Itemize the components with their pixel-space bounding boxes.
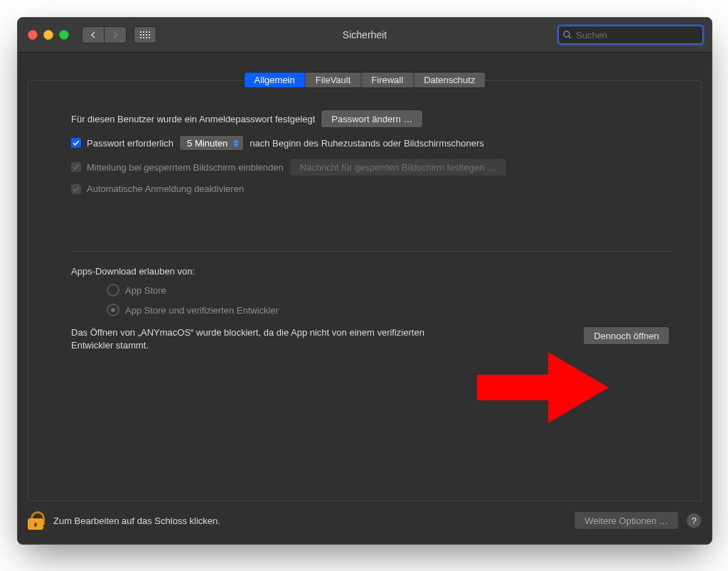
search-field[interactable] (558, 26, 703, 44)
disable-autologin-label: Automatische Anmeldung deaktivieren (87, 183, 244, 194)
tab-bar: Allgemein FileVault Firewall Datenschutz (244, 72, 486, 88)
nav-buttons (82, 26, 127, 43)
forward-button[interactable] (105, 26, 127, 43)
zoom-window-button[interactable] (59, 30, 69, 40)
require-password-checkbox[interactable] (71, 138, 81, 148)
back-button[interactable] (82, 26, 105, 43)
tab-general[interactable]: Allgemein (245, 73, 306, 87)
require-password-label: Passwort erforderlich (87, 138, 173, 149)
allow-apps-appstore-radio (107, 284, 119, 297)
blocked-app-message: Das Öffnen von „ANYmacOS“ wurde blockier… (71, 326, 441, 351)
tab-filevault[interactable]: FileVault (306, 73, 362, 87)
allow-apps-heading: Apps-Download erlauben von: (71, 266, 195, 277)
window-body: Allgemein FileVault Firewall Datenschutz… (28, 60, 702, 534)
lock-icon[interactable] (28, 511, 43, 530)
tab-firewall[interactable]: Firewall (361, 73, 414, 87)
section-divider (71, 251, 673, 252)
require-password-delay-value: 5 Minuten (187, 138, 228, 149)
search-input[interactable] (574, 29, 698, 41)
allow-apps-appstore-label: App Store (125, 285, 166, 296)
window-titlebar: Sicherheit (18, 18, 712, 53)
disable-autologin-checkbox (71, 184, 81, 194)
show-all-button[interactable] (134, 26, 156, 43)
show-lock-message-label: Mitteilung bei gesperrtem Bildschirm ein… (87, 162, 284, 173)
security-preferences-window: Sicherheit Allgemein FileVault Firewall … (17, 17, 712, 545)
lock-hint: Zum Bearbeiten auf das Schloss klicken. (53, 516, 220, 526)
show-lock-message-checkbox (71, 162, 81, 172)
login-password-set-label: Für diesen Benutzer wurde ein Anmeldepas… (71, 114, 315, 124)
footer: Zum Bearbeiten auf das Schloss klicken. … (28, 511, 702, 530)
help-button[interactable]: ? (686, 513, 702, 528)
settings-panel: Allgemein FileVault Firewall Datenschutz… (28, 80, 702, 501)
allow-apps-identified-radio (107, 304, 119, 316)
open-anyway-button[interactable]: Dennoch öffnen (583, 326, 670, 345)
search-icon (563, 31, 572, 39)
window-controls (28, 30, 69, 40)
tab-privacy[interactable]: Datenschutz (414, 73, 485, 87)
grid-icon (140, 31, 150, 38)
svg-line-1 (569, 36, 571, 38)
allow-apps-identified-label: App Store und verifizierten Entwickler (125, 305, 279, 316)
svg-point-0 (564, 31, 569, 37)
change-password-button[interactable]: Passwort ändern … (321, 110, 423, 128)
stepper-icon (233, 139, 239, 147)
general-pane: Für diesen Benutzer wurde ein Anmeldepas… (28, 81, 701, 358)
require-password-delay-select[interactable]: 5 Minuten (179, 135, 244, 151)
set-lock-message-button: Nachricht für gesperrten Bildschirm fest… (289, 158, 507, 176)
close-window-button[interactable] (28, 30, 38, 40)
minimize-window-button[interactable] (43, 30, 53, 40)
more-options-button[interactable]: Weitere Optionen … (574, 511, 679, 530)
require-password-suffix: nach Beginn des Ruhezustands oder Bildsc… (250, 138, 484, 149)
